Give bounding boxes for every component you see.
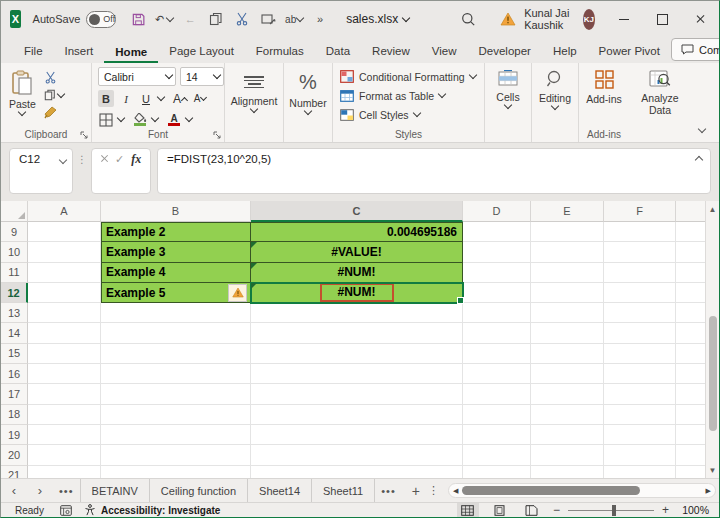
row-header-13[interactable]: 13 bbox=[1, 303, 28, 323]
cell-D14[interactable] bbox=[463, 323, 531, 343]
row-header-12[interactable]: 12 bbox=[1, 283, 28, 303]
tab-page-layout[interactable]: Page Layout bbox=[158, 41, 245, 63]
cell-D19[interactable] bbox=[463, 425, 531, 445]
copy-icon[interactable] bbox=[44, 89, 64, 101]
zoom-in-icon[interactable]: + bbox=[662, 503, 669, 517]
row-header-11[interactable]: 11 bbox=[1, 263, 28, 283]
macro-record-icon[interactable] bbox=[60, 505, 72, 516]
cell-D10[interactable] bbox=[463, 242, 531, 262]
borders-icon[interactable] bbox=[98, 111, 114, 128]
scroll-up-icon[interactable]: ▲ bbox=[709, 201, 717, 217]
cell-E12[interactable] bbox=[531, 283, 604, 303]
format-as-table-button[interactable]: Format as Table bbox=[333, 86, 484, 105]
cell-C19[interactable] bbox=[251, 425, 463, 445]
horizontal-scrollbar[interactable]: ◀ ▶ bbox=[448, 483, 716, 498]
tab-data[interactable]: Data bbox=[315, 41, 361, 63]
cell-E16[interactable] bbox=[531, 364, 604, 384]
cell-styles-button[interactable]: Cell Styles bbox=[333, 105, 484, 124]
cell-A10[interactable] bbox=[28, 242, 101, 262]
cell-B14[interactable] bbox=[101, 323, 251, 343]
cell-D13[interactable] bbox=[463, 303, 531, 323]
column-header-C[interactable]: C bbox=[251, 201, 463, 222]
font-name-select[interactable]: Calibri bbox=[98, 67, 176, 86]
cell-B11[interactable]: Example 4 bbox=[101, 263, 251, 283]
user-avatar[interactable]: KJ bbox=[583, 9, 595, 30]
tab-formulas[interactable]: Formulas bbox=[245, 41, 315, 63]
column-header-F[interactable]: F bbox=[604, 201, 676, 222]
number-button[interactable]: % Number bbox=[284, 67, 332, 114]
tab-insert[interactable]: Insert bbox=[54, 41, 105, 63]
find-replace-icon[interactable]: ab bbox=[282, 7, 306, 31]
cell-G10[interactable] bbox=[676, 242, 708, 262]
cut-icon[interactable] bbox=[44, 71, 64, 84]
analyze-data-button[interactable]: Analyze Data bbox=[629, 67, 691, 116]
cell-F14[interactable] bbox=[604, 323, 676, 343]
tab-review[interactable]: Review bbox=[361, 41, 421, 63]
cell-D17[interactable] bbox=[463, 384, 531, 404]
cell-D9[interactable] bbox=[463, 222, 531, 242]
cell-F12[interactable] bbox=[604, 283, 676, 303]
cell-G13[interactable] bbox=[676, 303, 708, 323]
cell-C10[interactable]: #VALUE! bbox=[251, 242, 463, 262]
cell-G19[interactable] bbox=[676, 425, 708, 445]
sheet-options-icon[interactable]: ⋮ bbox=[428, 484, 439, 497]
accessibility-icon[interactable] bbox=[84, 504, 96, 516]
search-icon[interactable] bbox=[461, 7, 476, 31]
undo-icon[interactable]: ↶ bbox=[152, 7, 176, 31]
cell-D15[interactable] bbox=[463, 344, 531, 364]
cell-F19[interactable] bbox=[604, 425, 676, 445]
row-header-16[interactable]: 16 bbox=[1, 364, 28, 384]
scroll-left-icon[interactable]: ◀ bbox=[449, 487, 462, 495]
select-all-corner[interactable] bbox=[1, 201, 28, 222]
cell-C18[interactable] bbox=[251, 405, 463, 425]
collapse-formula-bar-icon[interactable] bbox=[695, 156, 703, 164]
row-header-18[interactable]: 18 bbox=[1, 405, 28, 425]
cell-F9[interactable] bbox=[604, 222, 676, 242]
tab-view[interactable]: View bbox=[421, 41, 468, 63]
column-header-D[interactable]: D bbox=[463, 201, 531, 222]
sheet-tab-sheet14[interactable]: Sheet14 bbox=[248, 479, 312, 502]
cell-G11[interactable] bbox=[676, 263, 708, 283]
format-painter-icon[interactable] bbox=[44, 106, 64, 119]
row-header-9[interactable]: 9 bbox=[1, 222, 28, 242]
cell-C11[interactable]: #NUM! bbox=[251, 263, 463, 283]
cell-G12[interactable] bbox=[676, 283, 708, 303]
cell-D12[interactable] bbox=[463, 283, 531, 303]
cell-A18[interactable] bbox=[28, 405, 101, 425]
user-name[interactable]: Kunal Jai Kaushik bbox=[524, 7, 575, 31]
cell-B20[interactable] bbox=[101, 445, 251, 465]
paste-button[interactable]: Paste bbox=[9, 67, 36, 119]
tab-developer[interactable]: Developer bbox=[468, 41, 542, 63]
tab-power-pivot[interactable]: Power Pivot bbox=[588, 41, 671, 63]
shrink-font-button[interactable]: A bbox=[192, 90, 208, 107]
scroll-down-icon[interactable]: ▼ bbox=[709, 462, 717, 478]
row-header-20[interactable]: 20 bbox=[1, 445, 28, 465]
cut-icon[interactable] bbox=[230, 7, 254, 31]
cell-B19[interactable] bbox=[101, 425, 251, 445]
cell-D18[interactable] bbox=[463, 405, 531, 425]
tab-home[interactable]: Home bbox=[104, 42, 158, 64]
cell-A15[interactable] bbox=[28, 344, 101, 364]
cell-C16[interactable] bbox=[251, 364, 463, 384]
cell-A9[interactable] bbox=[28, 222, 101, 242]
new-sheet-icon[interactable]: + bbox=[412, 483, 420, 499]
maximize-button[interactable] bbox=[643, 1, 681, 37]
cell-G16[interactable] bbox=[676, 364, 708, 384]
paste-mail-icon[interactable] bbox=[256, 7, 280, 31]
cell-C15[interactable] bbox=[251, 344, 463, 364]
cell-C20[interactable] bbox=[251, 445, 463, 465]
cell-G9[interactable] bbox=[676, 222, 708, 242]
accessibility-status[interactable]: Accessibility: Investigate bbox=[101, 505, 221, 516]
zoom-slider[interactable] bbox=[568, 510, 654, 511]
cell-E13[interactable] bbox=[531, 303, 604, 323]
cell-A16[interactable] bbox=[28, 364, 101, 384]
cell-C13[interactable] bbox=[251, 303, 463, 323]
copy-icon[interactable] bbox=[204, 7, 228, 31]
zoom-out-icon[interactable]: − bbox=[553, 503, 560, 517]
font-dialog-launcher[interactable] bbox=[213, 131, 221, 139]
normal-view-icon[interactable] bbox=[457, 503, 479, 517]
cell-D16[interactable] bbox=[463, 364, 531, 384]
formula-input[interactable]: =FDIST(23,10^20,5) bbox=[157, 148, 711, 194]
column-header-E[interactable]: E bbox=[531, 201, 604, 222]
tab-file[interactable]: File bbox=[13, 41, 54, 63]
